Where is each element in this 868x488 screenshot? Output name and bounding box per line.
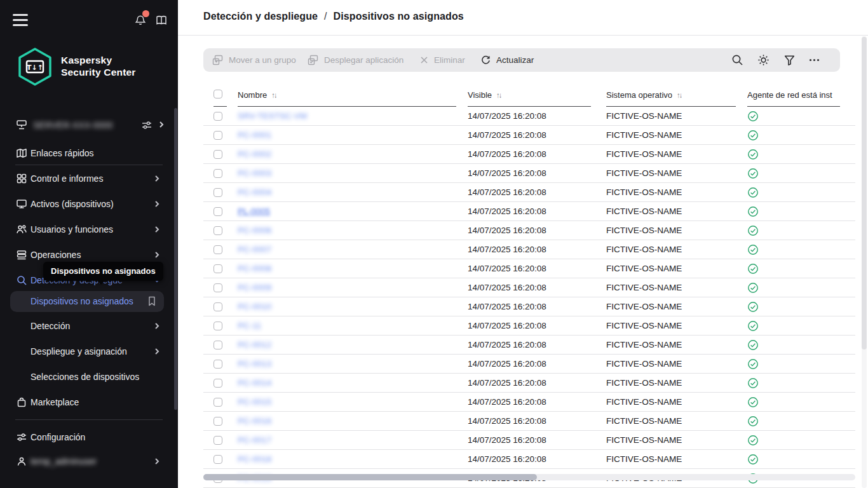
device-name-link[interactable]: PC-0007 <box>238 245 454 254</box>
sidebar-item-marketplace[interactable]: Marketplace <box>0 393 178 413</box>
sidebar-item-user-account[interactable]: temp_adminuser <box>0 452 178 472</box>
table-row[interactable]: PC-0009 14/07/2025 16:20:08 FICTIVE-OS-N… <box>203 278 855 297</box>
breadcrumb-parent[interactable]: Detección y despliegue <box>203 11 318 22</box>
row-checkbox[interactable] <box>214 360 222 369</box>
sidebar-item-deteccion[interactable]: Detección <box>0 316 178 337</box>
row-checkbox[interactable] <box>214 245 222 254</box>
notifications-bell-icon[interactable] <box>134 14 147 27</box>
row-checkbox[interactable] <box>214 341 222 349</box>
sort-icon[interactable]: ↑↓ <box>677 92 682 99</box>
server-name: SERVER-XXX-0000 <box>33 120 112 130</box>
sort-icon[interactable]: ↑↓ <box>271 92 276 99</box>
column-header-nombre[interactable]: Nombre↑↓ <box>238 90 276 100</box>
row-checkbox[interactable] <box>214 131 222 140</box>
row-checkbox[interactable] <box>214 398 222 407</box>
device-name-link[interactable]: PC-0006 <box>238 226 454 235</box>
sidebar-item-usuarios[interactable]: Usuarios y funciones <box>0 220 178 240</box>
move-to-group-button[interactable]: Mover a un grupo <box>212 48 296 72</box>
row-checkbox[interactable] <box>214 226 222 235</box>
table-row[interactable]: PC-0014 14/07/2025 16:20:08 FICTIVE-OS-N… <box>203 374 855 393</box>
row-checkbox[interactable] <box>214 302 222 311</box>
device-name-link[interactable]: PC-0016 <box>238 416 454 426</box>
device-name-link[interactable]: PC-0009 <box>238 283 454 292</box>
device-name-link[interactable]: PC-0017 <box>238 435 454 445</box>
sidebar-item-configuracion[interactable]: Configuración <box>0 428 178 448</box>
horizontal-scrollbar-thumb[interactable] <box>203 474 537 480</box>
device-name-link[interactable]: PC-0001 <box>238 130 454 140</box>
deploy-application-button[interactable]: Desplegar aplicación <box>307 48 403 72</box>
row-checkbox[interactable] <box>214 188 222 197</box>
device-name-link[interactable]: PC-0014 <box>238 378 454 388</box>
gear-icon[interactable] <box>757 53 770 67</box>
row-checkbox[interactable] <box>214 417 222 426</box>
device-name-link[interactable]: PC-11 <box>238 321 454 330</box>
delete-button[interactable]: Eliminar <box>419 48 465 72</box>
row-checkbox[interactable] <box>214 169 222 178</box>
sidebar-item-despliegue-y-asignacion[interactable]: Despliegue y asignación <box>0 342 178 362</box>
table-row[interactable]: PL-0005 14/07/2025 16:20:08 FICTIVE-OS-N… <box>203 202 855 221</box>
column-header-agente-de-red[interactable]: Agente de red está inst <box>747 90 843 100</box>
column-header-sistema-operativo[interactable]: Sistema operativo↑↓ <box>606 90 682 100</box>
table-row[interactable]: PC-0016 14/07/2025 16:20:08 FICTIVE-OS-N… <box>203 412 855 431</box>
column-header-visible[interactable]: Visible↑↓ <box>468 90 501 100</box>
sidebar-item-selecciones-de-dispositivos[interactable]: Selecciones de dispositivos <box>0 367 178 388</box>
device-name-link[interactable]: PC-0013 <box>238 359 454 369</box>
table-row[interactable]: PC-0002 14/07/2025 16:20:08 FICTIVE-OS-N… <box>203 145 855 164</box>
table-row[interactable]: PC-0001 14/07/2025 16:20:08 FICTIVE-OS-N… <box>203 126 855 145</box>
row-checkbox[interactable] <box>214 379 222 388</box>
sidebar-item-enlaces-rapidos[interactable]: Enlaces rápidos <box>0 144 178 164</box>
filter-funnel-icon[interactable] <box>783 53 796 67</box>
row-checkbox[interactable] <box>214 112 222 121</box>
server-selector[interactable]: SERVER-XXX-0000 <box>0 116 178 136</box>
sidebar-item-activos[interactable]: Activos (dispositivos) <box>0 194 178 215</box>
table-row[interactable]: PC-0013 14/07/2025 16:20:08 FICTIVE-OS-N… <box>203 355 855 374</box>
device-name-link[interactable]: PC-0012 <box>238 340 454 349</box>
table-row[interactable]: PC-0012 14/07/2025 16:20:08 FICTIVE-OS-N… <box>203 336 855 355</box>
row-checkbox[interactable] <box>214 264 222 273</box>
sidebar-item-control-e-informes[interactable]: Control e informes <box>0 169 178 189</box>
table-row[interactable]: PC-0007 14/07/2025 16:20:08 FICTIVE-OS-N… <box>203 240 855 259</box>
table-row[interactable]: PC-0003 14/07/2025 16:20:08 FICTIVE-OS-N… <box>203 164 855 183</box>
row-checkbox[interactable] <box>214 436 222 445</box>
device-name-link[interactable]: PC-0010 <box>238 302 454 311</box>
vertical-scrollbar[interactable] <box>862 36 867 488</box>
row-checkbox[interactable] <box>214 207 222 216</box>
table-row[interactable]: SRV-TESTSC-VM 14/07/2025 16:20:08 FICTIV… <box>203 107 855 126</box>
device-name-link[interactable]: PC-0003 <box>238 168 454 178</box>
help-book-icon[interactable] <box>155 14 168 27</box>
row-checkbox[interactable] <box>214 455 222 464</box>
sidebar-scrollbar[interactable] <box>174 108 177 410</box>
device-name-link[interactable]: SRV-TESTSC-VM <box>238 111 454 121</box>
visible-timestamp: 14/07/2025 16:20:08 <box>468 302 546 311</box>
table-row[interactable]: PC-0010 14/07/2025 16:20:08 FICTIVE-OS-N… <box>203 297 855 316</box>
device-name-link[interactable]: PC-0002 <box>238 149 454 159</box>
table-row[interactable]: PC-0018 14/07/2025 16:20:08 FICTIVE-OS-N… <box>203 450 855 469</box>
bookmark-icon[interactable] <box>147 295 156 307</box>
more-options-icon[interactable] <box>808 53 821 67</box>
row-checkbox[interactable] <box>214 283 222 292</box>
table-row[interactable]: PC-0004 14/07/2025 16:20:08 FICTIVE-OS-N… <box>203 183 855 202</box>
vertical-scrollbar-thumb[interactable] <box>862 37 867 349</box>
refresh-button[interactable]: Actualizar <box>480 48 534 72</box>
table-row[interactable]: PC-0017 14/07/2025 16:20:08 FICTIVE-OS-N… <box>203 431 855 450</box>
sidebar-item-dispositivos-no-asignados[interactable]: Dispositivos no asignados <box>10 291 164 312</box>
row-checkbox[interactable] <box>214 150 222 159</box>
table-row[interactable]: PC-0008 14/07/2025 16:20:08 FICTIVE-OS-N… <box>203 259 855 278</box>
hamburger-menu-icon[interactable] <box>13 14 28 27</box>
device-name-link[interactable]: PC-0015 <box>238 397 454 407</box>
table-row[interactable]: PC-0015 14/07/2025 16:20:08 FICTIVE-OS-N… <box>203 393 855 412</box>
horizontal-scrollbar[interactable] <box>203 474 855 480</box>
row-checkbox[interactable] <box>214 322 222 330</box>
server-properties-icon[interactable] <box>141 119 153 131</box>
select-all-checkbox[interactable] <box>214 90 222 98</box>
device-name-link[interactable]: PC-0004 <box>238 187 454 197</box>
table-row[interactable]: PC-0006 14/07/2025 16:20:08 FICTIVE-OS-N… <box>203 221 855 240</box>
search-icon[interactable] <box>731 53 744 67</box>
device-name-link[interactable]: PL-0005 <box>238 207 454 216</box>
agent-installed-check-icon <box>747 396 759 408</box>
main-content: Detección y despliegue/Dispositivos no a… <box>178 0 868 488</box>
table-row[interactable]: PC-11 14/07/2025 16:20:08 FICTIVE-OS-NAM… <box>203 316 855 336</box>
device-name-link[interactable]: PC-0008 <box>238 264 454 273</box>
device-name-link[interactable]: PC-0018 <box>238 454 454 464</box>
sort-icon[interactable]: ↑↓ <box>496 92 501 99</box>
